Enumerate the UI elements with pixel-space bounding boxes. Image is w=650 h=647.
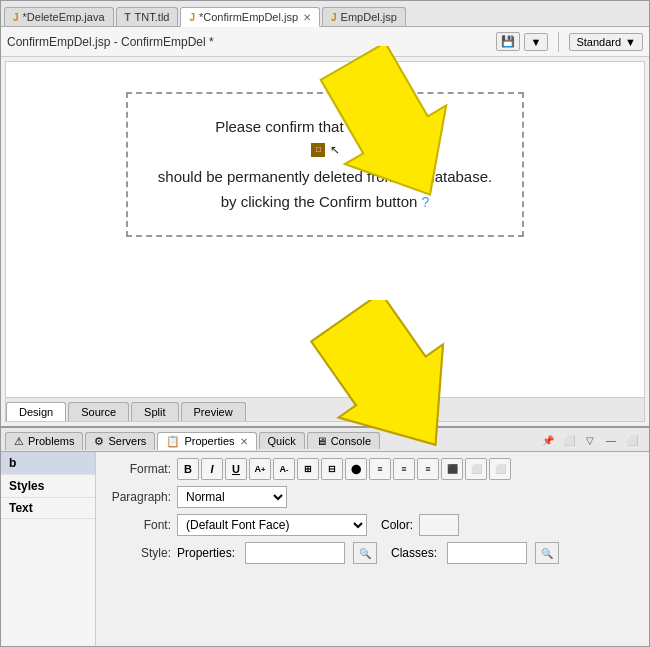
font-larger-button[interactable]: A+	[249, 458, 271, 480]
save-icon: 💾	[501, 35, 515, 48]
italic-button[interactable]: I	[201, 458, 223, 480]
format-extra1[interactable]: ⬛	[441, 458, 463, 480]
outdent-button[interactable]: ⊟	[321, 458, 343, 480]
panel-actions: 📌 ⬜ ▽ — ⬜	[539, 432, 645, 450]
style-row: Style: Properties: 🔍 Classes: 🔍	[106, 542, 639, 564]
question-mark: ?	[422, 194, 430, 210]
tab-bar: J *DeleteEmp.java T TNT.tld J *ConfirmEm…	[1, 1, 649, 27]
minimize-icon[interactable]: —	[602, 432, 620, 450]
format-label: Format:	[106, 462, 171, 476]
properties-label: Properties	[184, 435, 234, 447]
paragraph-row: Paragraph: Normal Heading 1 Heading 2 He…	[106, 486, 639, 508]
bottom-tab-quick[interactable]: Quick	[259, 432, 305, 449]
bottom-tab-servers[interactable]: ⚙ Servers	[85, 432, 155, 450]
bottom-tab-bar: ⚠ Problems ⚙ Servers 📋 Properties ✕ Quic…	[1, 428, 649, 452]
save-button[interactable]: 💾	[496, 32, 520, 51]
maximize-icon[interactable]: ⬜	[623, 432, 641, 450]
properties-sublabel: Properties:	[177, 546, 235, 560]
bold-button[interactable]: B	[177, 458, 199, 480]
style-browse-icon[interactable]: 🔍	[353, 542, 377, 564]
dropdown-arrow-icon: ▼	[531, 36, 542, 48]
servers-label: Servers	[108, 435, 146, 447]
jsp-icon: J	[189, 12, 195, 23]
toolbar: ConfirmEmpDel.jsp - ConfirmEmpDel * 💾 ▼ …	[1, 27, 649, 57]
tab-label: *DeleteEmp.java	[23, 11, 105, 23]
editor-line2: should be permanently deleted from the d…	[158, 164, 492, 190]
tab-label: *ConfirmEmpDel.jsp	[199, 11, 298, 23]
sidebar-item-b[interactable]: b	[1, 452, 95, 475]
paragraph-select[interactable]: Normal Heading 1 Heading 2 Heading 3	[177, 486, 287, 508]
design-label: Design	[19, 406, 53, 418]
cursor-icon: ↖	[330, 140, 340, 160]
editor-title: ConfirmEmpDel.jsp - ConfirmEmpDel *	[7, 35, 496, 49]
source-label: Source	[81, 406, 116, 418]
tab-label: EmpDel.jsp	[341, 11, 397, 23]
tab-delete-emp[interactable]: J *DeleteEmp.java	[4, 7, 114, 26]
employee-widget[interactable]: □▪	[415, 119, 433, 137]
split-label: Split	[144, 406, 165, 418]
restore-icon[interactable]: ⬜	[560, 432, 578, 450]
tab-close-icon[interactable]: ✕	[303, 12, 311, 23]
line2-text: should be permanently deleted from the d…	[158, 168, 492, 185]
font-smaller-button[interactable]: A-	[273, 458, 295, 480]
bottom-tab-console[interactable]: 🖥 Console	[307, 432, 380, 449]
tab-confirm-emp-del[interactable]: J *ConfirmEmpDel.jsp ✕	[180, 7, 320, 27]
paragraph-label: Paragraph:	[106, 490, 171, 504]
tld-icon: T	[125, 12, 131, 23]
tab-split[interactable]: Split	[131, 402, 178, 421]
font-row: Font: (Default Font Face) Color:	[106, 514, 639, 536]
console-label: Console	[331, 435, 371, 447]
view-tabs: Design Source Split Preview	[6, 397, 644, 421]
tab-source[interactable]: Source	[68, 402, 129, 421]
pin-icon[interactable]: 📌	[539, 432, 557, 450]
line3-text: by clicking the Confirm button	[221, 193, 418, 210]
editor-content[interactable]: Please confirm that employee□▪ □ ↖ shoul…	[6, 62, 644, 397]
tab-design[interactable]: Design	[6, 402, 66, 421]
align-center-button[interactable]: ≡	[369, 458, 391, 480]
standard-dropdown[interactable]: Standard ▼	[569, 33, 643, 51]
preview-label: Preview	[194, 406, 233, 418]
jsp-icon: J	[331, 12, 337, 23]
tab-emp-del[interactable]: J EmpDel.jsp	[322, 7, 406, 26]
color-swatch[interactable]	[419, 514, 459, 536]
justify-button[interactable]: ≡	[417, 458, 439, 480]
mode-dropdown-arrow: ▼	[625, 36, 636, 48]
left-sidebar: b Styles Text	[1, 452, 96, 646]
toolbar-right: 💾 ▼ Standard ▼	[496, 32, 643, 52]
underline-button[interactable]: U	[225, 458, 247, 480]
tab-label: TNT.tld	[135, 11, 170, 23]
tab-tnt-tld[interactable]: T TNT.tld	[116, 7, 179, 26]
main-window: J *DeleteEmp.java T TNT.tld J *ConfirmEm…	[0, 0, 650, 647]
classes-browse-icon[interactable]: 🔍	[535, 542, 559, 564]
bottom-content: b Styles Text Format: B I U A+ A- ⊞ ⊟	[1, 452, 649, 646]
toolbar-separator	[558, 32, 559, 52]
format-extra2[interactable]: ⬜	[465, 458, 487, 480]
format-extra3[interactable]: ⬜	[489, 458, 511, 480]
problems-label: Problems	[28, 435, 74, 447]
properties-panel: Format: B I U A+ A- ⊞ ⊟ ⬤ ≡ ≡ ≡ ⬛	[96, 452, 649, 646]
content-box: Please confirm that employee□▪ □ ↖ shoul…	[126, 92, 524, 237]
font-select[interactable]: (Default Font Face)	[177, 514, 367, 536]
properties-close-icon[interactable]: ✕	[240, 436, 248, 447]
classes-label: Classes:	[391, 546, 437, 560]
toolbar-dropdown-button[interactable]: ▼	[524, 33, 549, 51]
sidebar-item-styles[interactable]: Styles	[1, 475, 95, 498]
bottom-panel: ⚠ Problems ⚙ Servers 📋 Properties ✕ Quic…	[1, 426, 649, 646]
line1-text: Please confirm that employee	[215, 118, 413, 135]
format-row: Format: B I U A+ A- ⊞ ⊟ ⬤ ≡ ≡ ≡ ⬛	[106, 458, 639, 480]
tab-preview[interactable]: Preview	[181, 402, 246, 421]
bottom-tab-problems[interactable]: ⚠ Problems	[5, 432, 83, 450]
menu-down-icon[interactable]: ▽	[581, 432, 599, 450]
cursor-widget[interactable]: □	[311, 143, 325, 157]
align-left-button[interactable]: ⬤	[345, 458, 367, 480]
servers-icon: ⚙	[94, 435, 104, 448]
editor-line1: Please confirm that employee□▪	[158, 114, 492, 140]
sidebar-item-text[interactable]: Text	[1, 498, 95, 519]
classes-input[interactable]	[447, 542, 527, 564]
indent-button[interactable]: ⊞	[297, 458, 319, 480]
style-properties-input[interactable]	[245, 542, 345, 564]
bottom-tab-properties[interactable]: 📋 Properties ✕	[157, 432, 256, 450]
align-right-button[interactable]: ≡	[393, 458, 415, 480]
problems-icon: ⚠	[14, 435, 24, 448]
properties-icon: 📋	[166, 435, 180, 448]
